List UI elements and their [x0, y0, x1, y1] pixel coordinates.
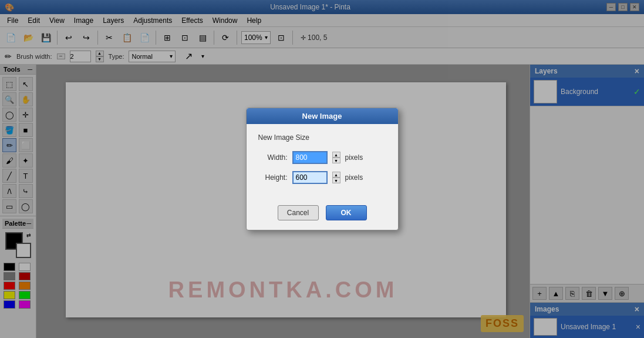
cancel-button[interactable]: Cancel [278, 205, 319, 220]
height-label: Height: [258, 173, 288, 182]
height-spinner: ▲ ▼ [332, 172, 340, 183]
height-input[interactable] [292, 171, 328, 184]
width-input[interactable] [292, 151, 328, 164]
modal-overlay[interactable]: New Image New Image Size Width: ▲ ▼ pixe… [0, 0, 644, 338]
height-field: Height: ▲ ▼ pixels [258, 171, 386, 184]
height-up[interactable]: ▲ [332, 172, 340, 178]
width-up[interactable]: ▲ [332, 152, 340, 158]
dialog-title: New Image [247, 108, 398, 124]
width-down[interactable]: ▼ [332, 158, 340, 163]
ok-button[interactable]: OK [326, 205, 367, 220]
width-field: Width: ▲ ▼ pixels [258, 151, 386, 164]
dialog-subtitle: New Image Size [258, 133, 386, 142]
height-unit: pixels [345, 173, 363, 182]
dialog-buttons: Cancel OK [247, 200, 398, 230]
new-image-dialog: New Image New Image Size Width: ▲ ▼ pixe… [246, 108, 399, 230]
width-spinner: ▲ ▼ [332, 152, 340, 163]
width-unit: pixels [345, 153, 363, 162]
width-label: Width: [258, 153, 288, 162]
height-down[interactable]: ▼ [332, 178, 340, 183]
dialog-body: New Image Size Width: ▲ ▼ pixels Height:… [247, 124, 398, 200]
